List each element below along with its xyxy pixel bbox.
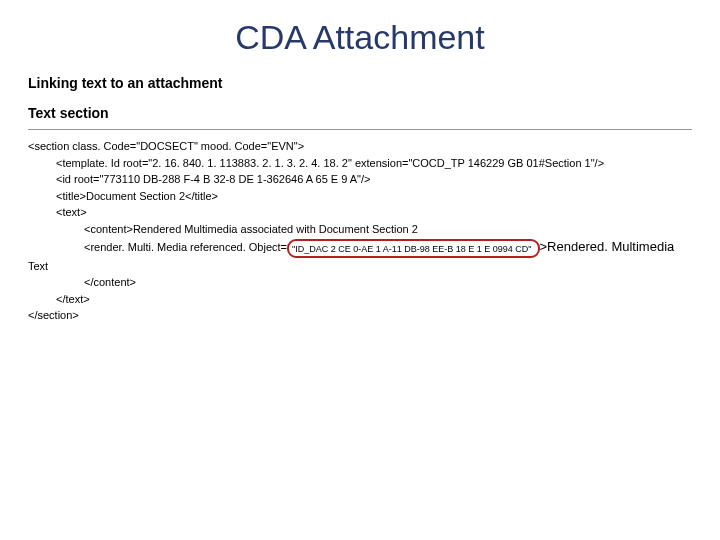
code-line: <title>Document Section 2</title> xyxy=(28,188,692,205)
page-title: CDA Attachment xyxy=(28,18,692,57)
subheading-text-section: Text section xyxy=(28,105,692,121)
code-line: </content> xyxy=(28,274,692,291)
subheading-link-text: Linking text to an attachment xyxy=(28,75,692,91)
highlighted-id-value: "ID_DAC 2 CE 0-AE 1 A-11 DB-98 EE-B 18 E… xyxy=(292,244,532,254)
highlighted-id: "ID_DAC 2 CE 0-AE 1 A-11 DB-98 EE-B 18 E… xyxy=(287,239,540,258)
code-line: <content>Rendered Multimedia associated … xyxy=(28,221,692,238)
code-text: >Rendered. Multimedia xyxy=(540,239,675,254)
code-line: </text> xyxy=(28,291,692,308)
code-line: <text> xyxy=(28,204,692,221)
code-text: <render. Multi. Media referenced. Object… xyxy=(84,241,287,253)
code-line-render: <render. Multi. Media referenced. Object… xyxy=(28,237,692,258)
code-block: <section class. Code="DOCSECT" mood. Cod… xyxy=(28,138,692,324)
divider xyxy=(28,129,692,130)
code-line: </section> xyxy=(28,309,79,321)
slide-page: CDA Attachment Linking text to an attach… xyxy=(0,0,720,540)
code-line: <id root="773110 DB-288 F-4 B 32-8 DE 1-… xyxy=(28,171,692,188)
code-line: Text xyxy=(28,260,48,272)
code-line: <section class. Code="DOCSECT" mood. Cod… xyxy=(28,140,304,152)
code-line: <template. Id root="2. 16. 840. 1. 11388… xyxy=(28,155,692,172)
